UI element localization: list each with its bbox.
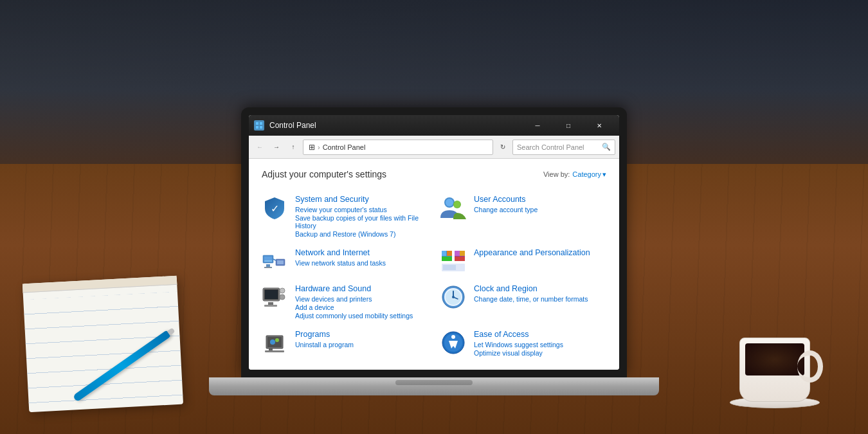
programs-icon xyxy=(262,330,287,356)
panel-system-security: ✓ System and Security Review your comput… xyxy=(262,192,428,240)
panel-ease-access: Ease of Access Let Windows suggest setti… xyxy=(440,327,606,359)
panel-programs: Programs Uninstall a program xyxy=(262,327,428,359)
search-placeholder: Search Control Panel xyxy=(517,143,599,151)
review-status-link[interactable]: Review your computer's status xyxy=(295,206,428,213)
chevron-down-icon: ▾ xyxy=(602,170,606,179)
svg-point-48 xyxy=(451,335,455,339)
change-account-type-link[interactable]: Change account type xyxy=(474,206,606,213)
devices-printers-link[interactable]: View devices and printers xyxy=(295,295,428,303)
uninstall-link[interactable]: Uninstall a program xyxy=(295,341,428,348)
network-status-link[interactable]: View network status and tasks xyxy=(295,259,428,267)
coffee-cup xyxy=(727,312,829,415)
svg-point-39 xyxy=(452,296,455,298)
programs-info: Programs Uninstall a program xyxy=(295,330,428,348)
view-by: View by: Category ▾ xyxy=(543,170,606,179)
svg-point-30 xyxy=(280,288,285,293)
svg-point-6 xyxy=(446,199,453,206)
user-accounts-icon xyxy=(440,195,466,221)
svg-rect-15 xyxy=(277,260,284,264)
panel-network: Network and Internet View network status… xyxy=(262,246,428,276)
hardware-info: Hardware and Sound View devices and prin… xyxy=(295,284,428,320)
hardware-icon xyxy=(262,284,287,310)
maximize-button[interactable]: □ xyxy=(554,115,583,136)
up-button[interactable]: ↑ xyxy=(286,140,300,154)
search-box[interactable]: Search Control Panel 🔍 xyxy=(512,140,615,155)
search-icon: 🔍 xyxy=(602,143,611,151)
backup-restore-link[interactable]: Backup and Restore (Windows 7) xyxy=(295,230,428,238)
svg-rect-11 xyxy=(264,257,272,260)
content-header: Adjust your computer's settings View by:… xyxy=(262,169,606,179)
programs-title[interactable]: Programs xyxy=(295,330,428,339)
close-button[interactable]: ✕ xyxy=(584,115,614,136)
address-bar: ← → ↑ ⊞ › Control Panel ↻ Search Control… xyxy=(249,136,619,159)
hardware-links: View devices and printers Add a device A… xyxy=(295,295,428,320)
system-security-icon: ✓ xyxy=(262,195,287,221)
page-title: Adjust your computer's settings xyxy=(262,169,386,179)
back-button[interactable]: ← xyxy=(253,140,267,154)
window-title: Control Panel xyxy=(269,121,518,130)
clock-title[interactable]: Clock and Region xyxy=(474,284,606,293)
panel-appearance: Appearance and Personalization xyxy=(440,246,606,276)
user-accounts-links: Change account type xyxy=(474,206,606,213)
system-security-links: Review your computer's status Save backu… xyxy=(295,206,428,238)
svg-rect-13 xyxy=(264,267,272,268)
svg-rect-22 xyxy=(455,251,460,256)
add-device-link[interactable]: Add a device xyxy=(295,303,428,311)
window-controls: ─ □ ✕ xyxy=(523,115,614,136)
content-area: Adjust your computer's settings View by:… xyxy=(249,159,619,370)
network-title[interactable]: Network and Internet xyxy=(295,248,428,257)
svg-line-16 xyxy=(273,259,276,260)
panel-user-accounts: User Accounts Change account type xyxy=(440,192,606,240)
user-accounts-title[interactable]: User Accounts xyxy=(474,195,606,204)
svg-rect-24 xyxy=(455,257,465,261)
panel-hardware: Hardware and Sound View devices and prin… xyxy=(262,282,428,322)
appearance-info: Appearance and Personalization xyxy=(474,248,606,259)
laptop-screen-outer: Control Panel ─ □ ✕ ← → ↑ ⊞ › Contr xyxy=(241,107,627,377)
mobility-settings-link[interactable]: Adjust commonly used mobility settings xyxy=(295,312,428,320)
clock-info: Clock and Region Change date, time, or n… xyxy=(474,284,606,303)
cup-handle xyxy=(797,350,823,383)
svg-rect-33 xyxy=(264,305,277,307)
appearance-icon xyxy=(440,248,466,274)
ease-access-links: Let Windows suggest settings Optimize vi… xyxy=(474,341,606,357)
ease-access-icon xyxy=(440,330,466,356)
address-path[interactable]: ⊞ › Control Panel xyxy=(303,140,493,155)
ease-access-title[interactable]: Ease of Access xyxy=(474,330,606,339)
appearance-title[interactable]: Appearance and Personalization xyxy=(474,248,606,257)
svg-rect-26 xyxy=(443,265,456,270)
optimize-display-link[interactable]: Optimize visual display xyxy=(474,349,606,357)
path-separator: › xyxy=(318,143,320,151)
svg-text:✓: ✓ xyxy=(271,203,279,214)
cup-coffee xyxy=(745,343,804,375)
svg-point-8 xyxy=(454,201,460,208)
system-security-info: System and Security Review your computer… xyxy=(295,195,428,238)
svg-point-44 xyxy=(270,339,275,345)
forward-button[interactable]: → xyxy=(269,140,284,154)
clock-icon xyxy=(440,284,466,310)
svg-rect-43 xyxy=(265,350,284,352)
path-icon: ⊞ xyxy=(309,143,315,152)
svg-rect-20 xyxy=(442,257,452,261)
system-security-title[interactable]: System and Security xyxy=(295,195,428,204)
panel-clock: Clock and Region Change date, time, or n… xyxy=(440,282,606,322)
ease-access-info: Ease of Access Let Windows suggest setti… xyxy=(474,330,606,357)
date-time-link[interactable]: Change date, time, or number formats xyxy=(474,295,606,303)
svg-rect-0 xyxy=(256,122,258,125)
svg-rect-19 xyxy=(447,251,452,256)
hardware-title[interactable]: Hardware and Sound xyxy=(295,284,428,293)
refresh-button[interactable]: ↻ xyxy=(496,140,510,154)
view-by-button[interactable]: Category ▾ xyxy=(572,170,606,179)
suggest-settings-link[interactable]: Let Windows suggest settings xyxy=(474,341,606,348)
svg-rect-23 xyxy=(460,251,465,256)
svg-rect-3 xyxy=(260,126,262,129)
file-history-link[interactable]: Save backup copies of your files with Fi… xyxy=(295,214,428,230)
minimize-button[interactable]: ─ xyxy=(523,115,552,136)
title-bar-icon xyxy=(254,120,264,131)
user-accounts-info: User Accounts Change account type xyxy=(474,195,606,213)
svg-rect-12 xyxy=(266,264,270,267)
path-control-panel: Control Panel xyxy=(323,143,366,151)
svg-point-45 xyxy=(275,338,279,342)
network-icon xyxy=(262,248,287,274)
programs-links: Uninstall a program xyxy=(295,341,428,348)
title-bar: Control Panel ─ □ ✕ xyxy=(249,115,619,136)
